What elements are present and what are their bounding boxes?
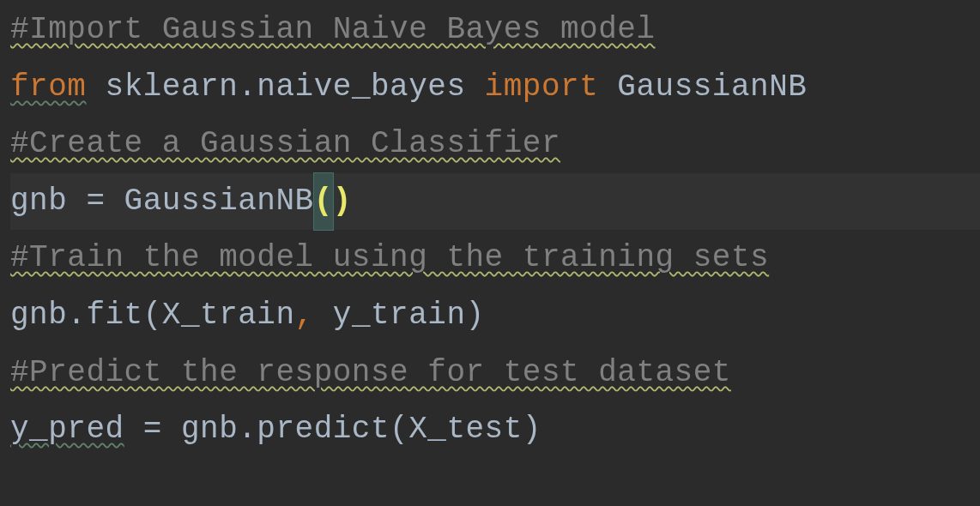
- code-line[interactable]: #Create a Gaussian Classifier: [10, 116, 980, 173]
- call-text: gnb.fit(X_train: [10, 298, 295, 333]
- comment-text: #Predict the response for test dataset: [10, 355, 731, 390]
- whitespace: [598, 69, 617, 105]
- keyword-import: import: [485, 69, 599, 105]
- var-ypred: y_pred: [10, 412, 124, 447]
- matched-bracket-close: ): [333, 184, 352, 219]
- matched-bracket-open: (: [314, 173, 333, 231]
- comment-text: #Create a Gaussian Classifier: [10, 126, 560, 161]
- assignment-text: = gnb.predict(X_test): [124, 412, 541, 447]
- code-line[interactable]: #Train the model using the training sets: [10, 230, 980, 287]
- assignment-text: gnb = GaussianNB: [10, 184, 314, 219]
- code-line-active[interactable]: gnb = GaussianNB(): [10, 173, 980, 231]
- code-line[interactable]: y_pred = gnb.predict(X_test): [10, 401, 980, 459]
- code-line[interactable]: from sklearn.naive_bayes import Gaussian…: [10, 59, 980, 117]
- code-editor[interactable]: #Import Gaussian Naive Bayes model from …: [0, 0, 980, 459]
- code-line[interactable]: gnb.fit(X_train, y_train): [10, 287, 980, 345]
- comment-text: #Import Gaussian Naive Bayes model: [10, 12, 656, 47]
- class-name: GaussianNB: [617, 69, 807, 105]
- whitespace: [466, 69, 485, 105]
- comment-text: #Train the model using the training sets: [10, 240, 769, 275]
- call-text: y_train): [314, 298, 485, 333]
- code-line[interactable]: #Predict the response for test dataset: [10, 345, 980, 402]
- whitespace: [86, 69, 105, 105]
- keyword-from: from: [10, 69, 86, 105]
- code-line[interactable]: #Import Gaussian Naive Bayes model: [10, 2, 980, 59]
- module-name: sklearn.naive_bayes: [106, 69, 466, 105]
- comma: ,: [295, 298, 314, 333]
